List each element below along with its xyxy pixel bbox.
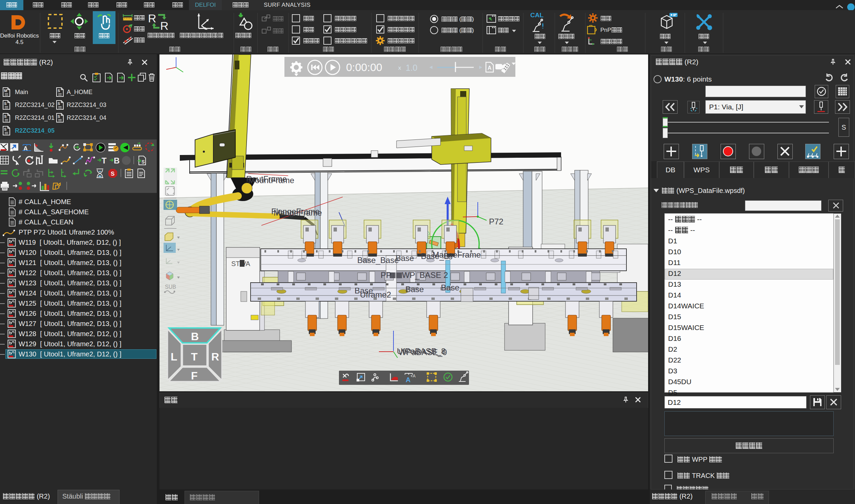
- svg-text:S: S: [111, 170, 114, 177]
- svg-text:Uframe2: Uframe2: [360, 290, 391, 299]
- svg-text:S: S: [57, 114, 60, 119]
- svg-text:A: A: [406, 376, 410, 383]
- svg-text:Base: Base: [395, 253, 414, 263]
- svg-text:x: x: [398, 65, 401, 71]
- svg-text:S: S: [142, 159, 145, 164]
- svg-text:M: M: [4, 89, 7, 93]
- svg-text:L: L: [171, 351, 177, 363]
- svg-text:R: R: [148, 12, 157, 25]
- svg-text:S: S: [57, 89, 60, 93]
- svg-text:T: T: [102, 156, 107, 165]
- svg-text:0:00:00: 0:00:00: [346, 61, 382, 73]
- svg-text:B: B: [114, 156, 120, 165]
- svg-text:R: R: [211, 351, 219, 363]
- svg-text:R: R: [160, 19, 168, 32]
- svg-text:S: S: [4, 102, 6, 106]
- svg-text:WPaBASE_0: WPaBASE_0: [398, 348, 447, 357]
- svg-text:F: F: [191, 370, 198, 382]
- svg-text:Base: Base: [441, 283, 460, 292]
- svg-text:RoutFrame: RoutFrame: [246, 174, 287, 183]
- svg-text:S: S: [4, 127, 6, 131]
- svg-text:A: A: [487, 65, 492, 71]
- svg-text:S: S: [57, 102, 60, 106]
- svg-text:FlangeFrame: FlangeFrame: [271, 207, 320, 216]
- svg-text:WP_BASE 2: WP_BASE 2: [402, 270, 448, 280]
- svg-text:T: T: [191, 351, 198, 363]
- svg-text:B: B: [191, 330, 199, 343]
- svg-text:S: S: [4, 114, 6, 119]
- svg-text:MangeFrame: MangeFrame: [432, 250, 481, 259]
- svg-text:Base_Base: Base_Base: [357, 255, 399, 265]
- svg-text:1.0: 1.0: [406, 63, 417, 72]
- svg-text:+A: +A: [410, 374, 415, 378]
- svg-text:P72: P72: [489, 217, 503, 226]
- svg-text:Base: Base: [405, 285, 424, 294]
- svg-text:SUB: SUB: [165, 284, 176, 290]
